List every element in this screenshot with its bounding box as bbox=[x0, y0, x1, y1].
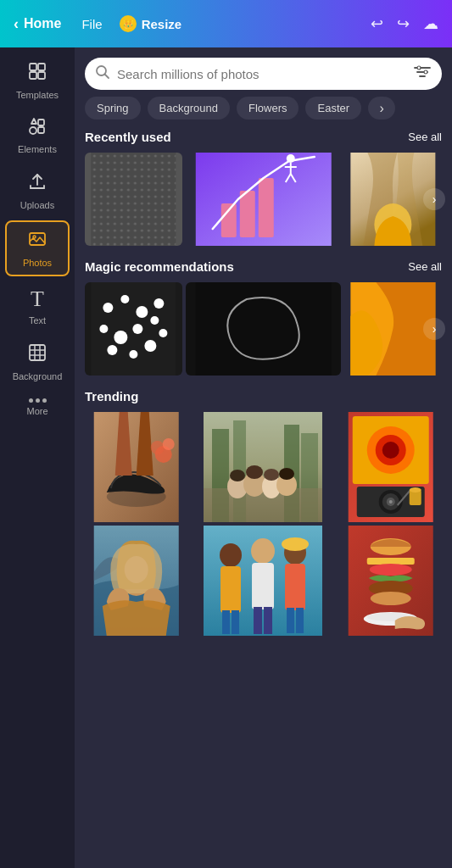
home-label: Home bbox=[24, 16, 61, 31]
trending-photo-2[interactable] bbox=[191, 412, 335, 522]
trending-title: Trending bbox=[85, 389, 138, 403]
filter-icon[interactable] bbox=[413, 64, 432, 83]
trending-photo-6[interactable] bbox=[339, 526, 442, 636]
svg-rect-61 bbox=[204, 488, 322, 522]
sidebar-item-background[interactable]: Background bbox=[5, 336, 70, 388]
svg-point-28 bbox=[286, 154, 294, 163]
templates-label: Templates bbox=[16, 90, 59, 100]
svg-point-40 bbox=[114, 331, 127, 344]
undo-icon[interactable]: ↩ bbox=[371, 14, 383, 33]
svg-point-46 bbox=[159, 329, 167, 337]
svg-point-91 bbox=[251, 538, 275, 564]
recent-photo-1[interactable] bbox=[85, 153, 182, 246]
sidebar-item-elements[interactable]: Elements bbox=[5, 110, 70, 161]
svg-point-39 bbox=[99, 325, 108, 333]
search-bar-container bbox=[75, 47, 452, 97]
sidebar-item-templates[interactable]: Templates bbox=[5, 54, 70, 107]
top-bar-actions: ↩ ↪ ☁ bbox=[371, 14, 438, 33]
magic-recommendations-see-all[interactable]: See all bbox=[408, 260, 442, 273]
recently-used-nav-right[interactable]: › bbox=[423, 188, 445, 210]
chip-spring[interactable]: Spring bbox=[85, 97, 141, 120]
svg-rect-98 bbox=[287, 608, 294, 633]
svg-point-19 bbox=[417, 66, 421, 70]
svg-point-66 bbox=[230, 470, 245, 481]
recently-used-header: Recently used See all bbox=[85, 130, 442, 144]
svg-rect-6 bbox=[38, 127, 44, 133]
magic-grid bbox=[85, 282, 442, 376]
chip-more-button[interactable]: › bbox=[368, 97, 395, 120]
more-label: More bbox=[26, 406, 47, 416]
svg-point-53 bbox=[151, 441, 165, 454]
svg-rect-4 bbox=[38, 120, 44, 125]
svg-rect-0 bbox=[30, 64, 36, 70]
trending-photo-3[interactable] bbox=[339, 412, 442, 522]
magic-nav-right[interactable]: › bbox=[423, 318, 445, 340]
content-panel: Spring Background Flowers Easter › Recen… bbox=[75, 47, 452, 868]
crown-icon: 👑 bbox=[120, 15, 137, 32]
svg-rect-90 bbox=[232, 610, 239, 634]
back-home[interactable]: ‹ Home bbox=[14, 15, 61, 33]
category-chips: Spring Background Flowers Easter › bbox=[75, 97, 452, 130]
trending-photo-5[interactable] bbox=[191, 526, 335, 636]
svg-point-43 bbox=[107, 345, 117, 355]
magic-recommendations-title: Magic recommendations bbox=[85, 259, 234, 274]
trending-photo-4[interactable] bbox=[85, 526, 187, 636]
svg-rect-3 bbox=[38, 72, 45, 79]
chip-flowers[interactable]: Flowers bbox=[237, 97, 299, 120]
svg-rect-94 bbox=[264, 607, 272, 634]
elements-label: Elements bbox=[18, 144, 57, 154]
recently-used-see-all[interactable]: See all bbox=[408, 131, 442, 143]
resize-button[interactable]: 👑 Resize bbox=[120, 15, 182, 32]
svg-point-68 bbox=[264, 469, 279, 481]
chip-background[interactable]: Background bbox=[148, 97, 230, 120]
svg-point-69 bbox=[279, 468, 294, 480]
recent-photo-2[interactable] bbox=[186, 153, 342, 246]
svg-rect-27 bbox=[258, 178, 273, 237]
trending-grid-row2 bbox=[85, 526, 442, 636]
svg-point-47 bbox=[153, 298, 164, 309]
sidebar-item-uploads[interactable]: Uploads bbox=[5, 164, 70, 217]
top-bar-center: File 👑 Resize bbox=[81, 15, 181, 32]
cloud-icon[interactable]: ☁ bbox=[423, 14, 438, 33]
magic-photo-2[interactable] bbox=[186, 282, 342, 376]
sidebar-item-more[interactable]: More bbox=[5, 392, 70, 423]
svg-point-96 bbox=[282, 537, 309, 551]
svg-point-79 bbox=[388, 500, 392, 504]
recently-used-section: Recently used See all bbox=[75, 130, 452, 259]
svg-rect-102 bbox=[366, 558, 414, 565]
redo-icon[interactable]: ↪ bbox=[397, 14, 410, 33]
svg-point-87 bbox=[220, 543, 242, 567]
svg-rect-9 bbox=[30, 345, 45, 360]
svg-rect-93 bbox=[254, 607, 262, 634]
svg-point-82 bbox=[409, 487, 421, 492]
search-icon bbox=[95, 64, 110, 83]
svg-rect-99 bbox=[296, 608, 304, 633]
search-input[interactable] bbox=[117, 67, 406, 81]
svg-rect-26 bbox=[239, 191, 254, 237]
file-menu[interactable]: File bbox=[81, 17, 102, 31]
svg-rect-23 bbox=[91, 153, 176, 246]
recently-used-grid: › bbox=[85, 153, 442, 246]
svg-rect-88 bbox=[220, 566, 241, 613]
svg-rect-89 bbox=[222, 610, 230, 634]
top-bar: ‹ Home File 👑 Resize ↩ ↪ ☁ bbox=[0, 0, 452, 47]
magic-photo-1[interactable] bbox=[85, 282, 182, 376]
svg-rect-97 bbox=[285, 564, 305, 610]
trending-photo-1[interactable] bbox=[85, 412, 187, 522]
uploads-label: Uploads bbox=[20, 200, 54, 210]
sidebar-item-text[interactable]: T Text bbox=[5, 280, 70, 332]
sidebar-item-photos[interactable]: Photos bbox=[5, 220, 70, 276]
chip-easter[interactable]: Easter bbox=[305, 97, 361, 120]
svg-point-20 bbox=[424, 70, 427, 74]
svg-point-67 bbox=[246, 465, 263, 479]
elements-icon bbox=[27, 117, 47, 141]
trending-section: Trending bbox=[75, 389, 452, 649]
magic-grid-wrapper: › bbox=[85, 282, 442, 376]
svg-point-42 bbox=[150, 316, 159, 325]
sidebar: Templates Elements Upload bbox=[0, 47, 75, 868]
svg-point-41 bbox=[132, 324, 142, 334]
svg-rect-2 bbox=[30, 72, 36, 79]
svg-rect-92 bbox=[252, 563, 274, 609]
magic-recommendations-section: Magic recommendations See all bbox=[75, 259, 452, 389]
magic-recommendations-header: Magic recommendations See all bbox=[85, 259, 442, 274]
